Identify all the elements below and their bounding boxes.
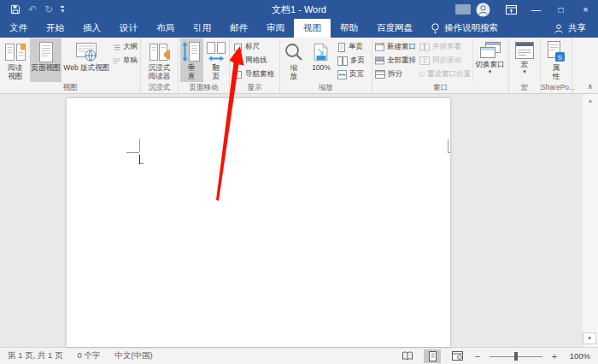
arrange-all-button[interactable]: 全部重排: [373, 55, 418, 67]
web-layout-label: Web 版式视图: [63, 63, 109, 72]
tab-view[interactable]: 视图: [294, 19, 331, 38]
print-layout-button[interactable]: 页面视图: [30, 38, 62, 82]
ruler-checkbox[interactable]: 标尺: [234, 41, 279, 53]
immersive-reader-icon: [149, 40, 171, 63]
zoom-button[interactable]: 缩 放: [281, 38, 307, 82]
title-bar: ↶ ↻ ▾ 文档1 - Word — □: [0, 0, 598, 19]
statusbar-right: − + 100%: [399, 349, 590, 363]
collapse-ribbon-button[interactable]: ∧: [587, 82, 593, 91]
scroll-up-icon: ▲: [588, 97, 594, 103]
zoom-in-button[interactable]: +: [550, 351, 559, 361]
properties-button[interactable]: S 属 性: [542, 38, 571, 82]
maximize-button[interactable]: □: [548, 0, 573, 19]
zoom-100-icon: [312, 40, 331, 63]
tab-review[interactable]: 审阅: [257, 19, 294, 38]
avatar[interactable]: [476, 3, 490, 17]
ribbon-display-options-button[interactable]: [499, 0, 524, 19]
tab-references[interactable]: 引用: [184, 19, 220, 38]
quick-access-toolbar: ↶ ↻ ▾: [0, 4, 64, 15]
draft-button[interactable]: 草稿: [111, 55, 139, 67]
redo-button[interactable]: ↻: [44, 4, 53, 15]
zoom-100-label: 100%: [312, 63, 331, 72]
tab-file[interactable]: 文件: [0, 19, 37, 38]
group-label-page-movement: 页面移动: [179, 82, 229, 93]
tell-me-search[interactable]: 操作说明搜索: [422, 19, 507, 38]
tab-help[interactable]: 帮助: [331, 19, 367, 38]
group-window: 新建窗口 全部重排: [372, 38, 509, 93]
macros-button[interactable]: 宏 ▾: [510, 38, 539, 82]
group-sharepoint: S 属 性 SharePo...: [541, 38, 572, 93]
zoom-slider[interactable]: [490, 351, 542, 361]
tab-layout[interactable]: 布局: [147, 19, 184, 38]
navigation-pane-checkbox[interactable]: 导航窗格: [234, 68, 279, 80]
web-layout-view-button[interactable]: [448, 349, 466, 363]
read-mode-view-button[interactable]: [399, 349, 416, 363]
macros-icon: [514, 40, 535, 60]
navigation-pane-checkbox-box: [234, 71, 242, 79]
word-count-status[interactable]: 0 个字: [77, 350, 100, 361]
page-width-icon: [337, 70, 347, 79]
draft-icon: [113, 57, 120, 65]
arrange-all-label: 全部重排: [387, 56, 416, 66]
customize-quick-access-button[interactable]: ▾: [61, 6, 64, 14]
split-button[interactable]: 拆分: [373, 68, 418, 80]
vertical-scrollbar[interactable]: ▲: [582, 94, 598, 347]
share-button[interactable]: 共享: [542, 19, 598, 38]
multiple-pages-icon: [337, 56, 348, 66]
tab-design[interactable]: 设计: [110, 19, 147, 38]
side-to-side-button[interactable]: 翻 页: [205, 38, 228, 82]
tell-me-label: 操作说明搜索: [444, 22, 498, 34]
undo-button[interactable]: ↶: [28, 4, 37, 15]
print-layout-label: 页面视图: [32, 63, 61, 72]
page-width-button[interactable]: 页宽: [336, 68, 368, 80]
scroll-down-button[interactable]: ▼: [583, 332, 596, 344]
language-status[interactable]: 中文(中国): [114, 350, 152, 361]
scroll-down-icon: ▼: [587, 336, 592, 341]
close-button[interactable]: ×: [573, 0, 598, 19]
group-label-sharepoint: SharePo...: [541, 82, 572, 93]
outline-button[interactable]: 大纲: [111, 41, 139, 53]
document-page[interactable]: [67, 98, 450, 347]
multiple-pages-button[interactable]: 多页: [336, 55, 368, 67]
tab-baidu-netdisk[interactable]: 百度网盘: [367, 19, 422, 38]
switch-windows-button[interactable]: 切换窗口 ▾: [472, 38, 507, 82]
synchronous-scrolling-button[interactable]: 同步滚动: [418, 55, 472, 67]
minimize-button[interactable]: —: [524, 0, 548, 19]
share-person-icon: [554, 24, 564, 33]
zoom-100-button[interactable]: 100%: [307, 38, 336, 82]
one-page-button[interactable]: 单页: [336, 41, 368, 53]
crop-mark-top-right-h: [448, 152, 450, 153]
reset-window-position-icon: [419, 70, 425, 79]
share-label: 共享: [568, 22, 586, 34]
view-side-by-side-button[interactable]: 并排查看: [418, 41, 472, 53]
group-show: 标尺 网格线 导航窗格 显示: [230, 38, 280, 93]
group-views: 阅读 视图 页面视图: [0, 38, 141, 93]
gridlines-checkbox[interactable]: 网格线: [234, 55, 279, 67]
zoom-out-button[interactable]: −: [473, 351, 482, 361]
one-page-icon: [337, 43, 346, 52]
zoom-slider-thumb[interactable]: [514, 352, 518, 361]
new-window-button[interactable]: 新建窗口: [373, 41, 418, 53]
undo-icon: ↶: [28, 3, 37, 15]
reading-view-button[interactable]: 阅读 视图: [1, 38, 30, 82]
tab-home[interactable]: 开始: [37, 19, 73, 38]
page-number-status[interactable]: 第 1 页, 共 1 页: [8, 350, 62, 361]
tab-insert[interactable]: 插入: [73, 19, 110, 38]
properties-icon: S: [547, 40, 566, 63]
tab-mailings[interactable]: 邮件: [220, 19, 257, 38]
scroll-up-button[interactable]: ▲: [583, 94, 598, 107]
reset-window-position-button[interactable]: 重设窗口位置: [418, 68, 472, 80]
save-button[interactable]: [10, 4, 21, 15]
gridlines-checkbox-box: [234, 57, 242, 65]
group-page-movement: 垂 直 翻 页 页面移动: [179, 38, 230, 93]
zoom-magnifier-icon: [284, 40, 304, 63]
group-label-show: 显示: [230, 82, 279, 93]
web-layout-button[interactable]: Web 版式视图: [62, 38, 111, 82]
print-layout-view-button[interactable]: [424, 349, 441, 363]
vertical-button[interactable]: 垂 直: [180, 38, 203, 82]
one-page-label: 单页: [349, 42, 363, 52]
zoom-label: 缩 放: [290, 63, 298, 80]
immersive-reader-button[interactable]: 沉浸式 阅读器: [142, 38, 177, 82]
zoom-percentage[interactable]: 100%: [566, 351, 590, 361]
group-label-immersive: 沉浸式: [141, 82, 178, 93]
